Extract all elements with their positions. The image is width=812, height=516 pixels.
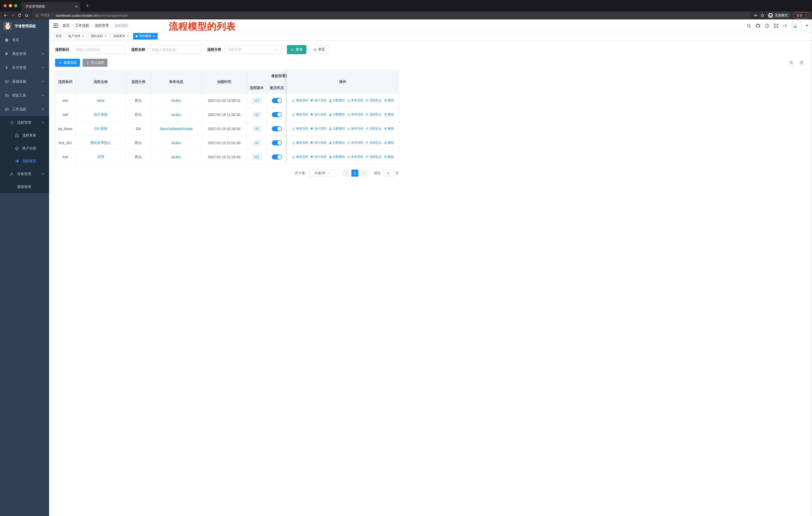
cell-form-info-text[interactable]: biubiu [171, 113, 181, 117]
action-publish-process[interactable]: 发布流程 [347, 98, 363, 103]
cell-form-info[interactable]: biubiu [151, 108, 202, 122]
action-delete[interactable]: 删除 [384, 127, 394, 131]
action-design-process[interactable]: 设计流程 [310, 155, 326, 159]
tab-close-icon[interactable]: ✕ [75, 4, 78, 8]
forward-icon[interactable] [9, 12, 16, 19]
tag-process-model[interactable]: 流程模型✕ [133, 33, 157, 39]
action-publish-process[interactable]: 发布流程 [347, 112, 363, 117]
sidebar-item-infrastructure[interactable]: 基础设施 [0, 75, 49, 88]
action-assign-rule[interactable]: 分配规则 [329, 141, 345, 145]
import-process-button[interactable]: 导入流程 [83, 59, 108, 67]
breadcrumb-item[interactable]: 首页 [62, 23, 69, 28]
active-toggle-on[interactable] [272, 155, 282, 160]
action-modify-process[interactable]: 修改流程 [292, 127, 308, 131]
sidebar-item-payment-management[interactable]: ¥支付管理 [0, 61, 49, 75]
active-toggle-on[interactable] [272, 98, 282, 103]
sidebar-item-task-management[interactable]: 任务管理 [0, 167, 49, 181]
search-button[interactable]: 搜索 [287, 45, 306, 54]
action-delete[interactable]: 删除 [384, 155, 394, 159]
tag-close-icon[interactable]: ✕ [153, 34, 155, 38]
tag-close-icon[interactable]: ✕ [82, 34, 84, 38]
action-design-process[interactable]: 设计流程 [310, 141, 326, 145]
sidebar-item-leave-query[interactable]: 请假查询 [0, 181, 49, 193]
cell-process-name[interactable]: 测试多审批人 [76, 136, 126, 150]
sidebar-item-process-management[interactable]: 流程管理 [0, 116, 49, 129]
cell-process-name[interactable]: 滔博 [76, 150, 126, 164]
action-process-definition[interactable]: 流程定义 [366, 127, 382, 131]
action-design-process[interactable]: 设计流程 [310, 127, 326, 131]
next-page-button[interactable] [360, 169, 368, 176]
action-delete[interactable]: 删除 [384, 112, 394, 117]
cell-form-info-text[interactable]: biubiu [171, 155, 181, 159]
active-toggle-on[interactable] [272, 112, 282, 117]
action-publish-process[interactable]: 发布流程 [347, 141, 363, 145]
new-tab-button[interactable]: + [84, 2, 91, 9]
browser-tab[interactable]: 芋道管理系统 ✕ [21, 2, 80, 11]
active-toggle-on[interactable] [272, 140, 282, 145]
window-close-button[interactable] [3, 4, 7, 7]
reset-button[interactable]: 重置 [309, 45, 329, 54]
action-assign-rule[interactable]: 分配规则 [329, 127, 345, 131]
page-size-select[interactable]: 10条/页 [310, 169, 335, 176]
cell-form-info-text[interactable]: biubiu [171, 99, 181, 103]
cell-process-name-text[interactable]: 测试多审批人 [90, 141, 111, 145]
action-design-process[interactable]: 设计流程 [310, 112, 326, 117]
action-publish-process[interactable]: 发布流程 [347, 155, 363, 159]
tag-process-form[interactable]: 流程表单✕ [111, 33, 132, 39]
action-delete[interactable]: 删除 [384, 141, 394, 145]
process-key-input[interactable] [72, 45, 125, 54]
process-category-select[interactable]: 流程分类 [224, 45, 281, 54]
tag-close-icon[interactable]: ✕ [104, 34, 107, 38]
page-number-1[interactable]: 1 [351, 169, 358, 176]
process-name-input[interactable] [148, 45, 201, 54]
cell-process-name-text[interactable]: OA 请假 [94, 127, 107, 131]
action-modify-process[interactable]: 修改流程 [292, 155, 308, 159]
address-bar[interactable]: 不安全 dashboard.yudao.iocoder.cn/bpm/manag… [32, 12, 406, 19]
action-process-definition[interactable]: 流程定义 [366, 155, 382, 159]
tag-my-process[interactable]: 我的流程✕ [88, 33, 109, 39]
window-zoom-button[interactable] [14, 4, 18, 7]
cell-process-name[interactable]: eeee [76, 93, 126, 108]
sidebar-item-home[interactable]: 首页 [0, 33, 49, 47]
tag-close-icon[interactable]: ✕ [126, 34, 129, 38]
action-modify-process[interactable]: 修改流程 [292, 112, 308, 117]
action-modify-process[interactable]: 修改流程 [292, 98, 308, 103]
action-publish-process[interactable]: 发布流程 [347, 127, 363, 131]
back-icon[interactable] [2, 12, 9, 19]
sidebar-collapse-icon[interactable] [53, 23, 58, 28]
action-assign-rule[interactable]: 分配规则 [329, 112, 345, 117]
not-secure-warning-icon[interactable] [35, 13, 39, 17]
sidebar-item-user-group[interactable]: 用户分组 [0, 142, 49, 155]
cell-process-name-text[interactable]: eeee [97, 99, 105, 103]
home-icon[interactable] [23, 12, 30, 19]
cell-form-info[interactable]: biubiu [151, 93, 202, 108]
cell-form-info-text[interactable]: /bpm/oa/leave/create [160, 127, 193, 131]
cell-form-info[interactable]: /bpm/oa/leave/create [151, 122, 202, 136]
goto-page-input[interactable] [383, 169, 394, 176]
action-modify-process[interactable]: 修改流程 [292, 141, 308, 145]
sidebar-item-process-form[interactable]: 流程表单 [0, 129, 49, 142]
action-assign-rule[interactable]: 分配规则 [329, 98, 345, 103]
sidebar-item-workflow[interactable]: 工作流程 [0, 102, 49, 116]
action-delete[interactable]: 删除 [384, 98, 394, 103]
action-process-definition[interactable]: 流程定义 [366, 141, 382, 145]
cell-process-name[interactable]: OA 请假 [76, 122, 126, 136]
sidebar-item-process-model[interactable]: 流程模型 [0, 155, 49, 167]
window-minimize-button[interactable] [9, 4, 12, 7]
cell-process-name-text[interactable]: 滔博 [97, 155, 104, 159]
sidebar-item-dev-tools[interactable]: 研发工具 [0, 88, 49, 102]
cell-form-info-text[interactable]: biubiu [171, 141, 181, 145]
action-assign-rule[interactable]: 分配规则 [329, 155, 345, 159]
cell-form-info[interactable]: biubiu [151, 136, 202, 150]
action-design-process[interactable]: 设计流程 [310, 98, 326, 103]
tag-home[interactable]: 首页 [53, 33, 64, 39]
cell-process-name[interactable]: 自己审批 [76, 108, 126, 122]
breadcrumb-item[interactable]: 工作流程 [75, 23, 89, 28]
create-process-button[interactable]: 新建流程 [55, 59, 80, 67]
action-process-definition[interactable]: 流程定义 [366, 112, 382, 117]
cell-process-name-text[interactable]: 自己审批 [94, 112, 108, 117]
tag-tenant-management[interactable]: 租户管理✕ [66, 33, 87, 39]
sidebar-item-system-management[interactable]: 系统管理 [0, 47, 49, 61]
breadcrumb-item[interactable]: 流程管理 [95, 23, 109, 28]
prev-page-button[interactable] [342, 169, 349, 176]
